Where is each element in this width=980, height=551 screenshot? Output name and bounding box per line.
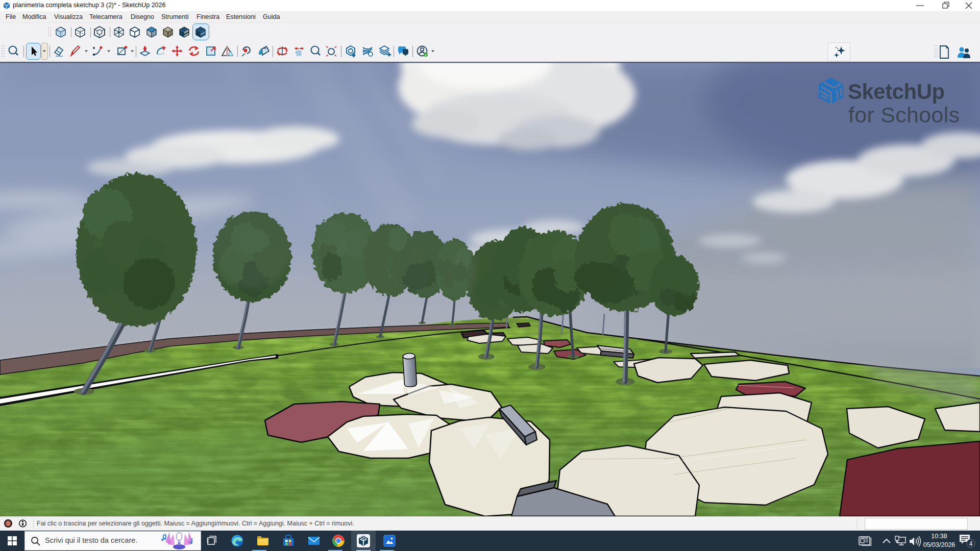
svg-text:for Schools: for Schools	[848, 103, 960, 127]
svg-text:SketchUp: SketchUp	[848, 80, 945, 104]
svg-text:4: 4	[969, 540, 973, 547]
